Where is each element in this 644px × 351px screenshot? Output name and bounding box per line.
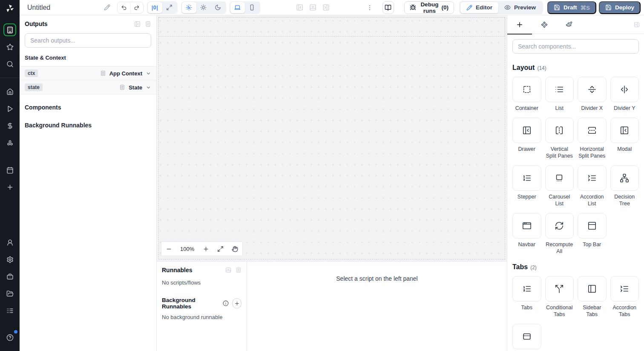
component-item-conditional-tabs: Conditional Tabs bbox=[545, 276, 574, 318]
section-heading: Tabs(2) bbox=[512, 263, 639, 271]
draft-shortcut: ⌘S bbox=[580, 4, 590, 11]
theme-auto-button[interactable] bbox=[182, 2, 196, 13]
component-card-carousel-list[interactable] bbox=[545, 165, 574, 191]
toggle-right-panel-icon[interactable] bbox=[322, 4, 330, 11]
sidebar-help-button[interactable] bbox=[3, 331, 16, 344]
page-title[interactable]: Untitled bbox=[27, 4, 50, 12]
chevron-down-icon[interactable] bbox=[146, 71, 151, 76]
component-card-drawer[interactable] bbox=[512, 118, 541, 143]
component-card-top-bar[interactable] bbox=[578, 213, 607, 239]
component-card-divider-y[interactable] bbox=[610, 77, 639, 102]
chevron-down-icon[interactable] bbox=[146, 85, 151, 90]
sidebar-search-button[interactable] bbox=[3, 58, 16, 70]
rename-pencil-icon[interactable] bbox=[104, 4, 110, 11]
preview-label: Preview bbox=[514, 4, 536, 11]
tab-insert-component[interactable] bbox=[507, 15, 532, 34]
drawer-icon bbox=[522, 126, 532, 135]
search-components-input[interactable] bbox=[512, 39, 639, 54]
deploy-button[interactable]: Deploy bbox=[599, 1, 641, 14]
component-label: List bbox=[555, 105, 564, 112]
preview-tab[interactable]: Preview bbox=[498, 2, 542, 13]
draft-button[interactable]: Draft ⌘S bbox=[547, 1, 596, 14]
component-card-navbar[interactable] bbox=[512, 213, 541, 239]
collapse-outputs-icon[interactable] bbox=[134, 21, 141, 27]
zoom-out-button[interactable] bbox=[166, 246, 172, 252]
modal-icon bbox=[620, 126, 629, 135]
pan-hand-button[interactable] bbox=[232, 246, 238, 252]
accordion-list-icon bbox=[587, 173, 597, 183]
component-card-container[interactable] bbox=[512, 77, 541, 102]
app-canvas[interactable]: ++++++++++++++++++++++++++++++++++++++++… bbox=[157, 15, 507, 262]
docs-button[interactable] bbox=[382, 1, 394, 14]
component-grid: TabsConditional TabsSidebar TabsAccordio… bbox=[512, 276, 639, 351]
debug-runs-button[interactable]: Debug runs (0) bbox=[404, 1, 454, 14]
sidebar-settings-button[interactable] bbox=[3, 253, 16, 266]
sidebar-home-button[interactable] bbox=[3, 85, 16, 98]
editor-tab[interactable]: Editor bbox=[460, 2, 498, 13]
theme-light-button[interactable] bbox=[196, 2, 211, 13]
windmill-logo[interactable] bbox=[0, 0, 20, 17]
component-card-stepper[interactable] bbox=[512, 165, 541, 191]
collapse-runnables-icon[interactable] bbox=[225, 267, 231, 273]
sidebar-calendar-button[interactable] bbox=[3, 164, 16, 176]
tab-component-settings[interactable] bbox=[532, 15, 557, 34]
add-background-runnable-button[interactable] bbox=[232, 298, 242, 308]
tab-styling[interactable] bbox=[557, 15, 581, 34]
sidebar-worker-button[interactable] bbox=[3, 270, 16, 283]
component-item-tabs: Tabs bbox=[512, 276, 541, 318]
component-item-modal: Modal bbox=[610, 118, 639, 159]
expand-canvas-button[interactable] bbox=[162, 2, 177, 13]
content-row: Outputs State & Context ctx App bbox=[20, 15, 644, 351]
component-card-accordion-list[interactable] bbox=[578, 165, 607, 191]
sidebar-divider bbox=[0, 78, 20, 78]
sidebar-folder-button[interactable] bbox=[3, 287, 16, 300]
component-item-sidebar-tabs: Sidebar Tabs bbox=[578, 276, 607, 318]
sidebar-resources-button[interactable] bbox=[3, 136, 16, 149]
runnables-title: Runnables bbox=[162, 267, 193, 273]
zoom-in-button[interactable] bbox=[203, 246, 209, 252]
component-card-decision-tree[interactable] bbox=[610, 165, 639, 191]
component-card-tabs[interactable] bbox=[512, 276, 541, 302]
component-card-accordion-tabs[interactable] bbox=[610, 276, 639, 302]
component-card-divider-x[interactable] bbox=[578, 77, 607, 102]
zoom-level: 100% bbox=[180, 246, 194, 252]
component-card-vertical-split-panes[interactable] bbox=[545, 118, 574, 143]
sidebar-building-button[interactable] bbox=[3, 23, 16, 36]
runnables-doc-icon[interactable] bbox=[236, 267, 242, 273]
component-card-recompute-all[interactable] bbox=[545, 213, 574, 239]
component-card-horizontal-split-panes[interactable] bbox=[578, 118, 607, 143]
sidebar-logs-button[interactable] bbox=[3, 304, 16, 317]
windmill-logo-icon bbox=[5, 4, 14, 13]
search-outputs-input[interactable] bbox=[25, 33, 151, 48]
component-card-conditional-tabs[interactable] bbox=[545, 276, 574, 302]
collapse-components-icon[interactable] bbox=[634, 22, 640, 28]
sidebar-play-button[interactable] bbox=[3, 102, 16, 115]
sidebar-user-button[interactable] bbox=[3, 236, 16, 249]
section-title: Tabs bbox=[512, 263, 528, 271]
zoom-reset-label: |0| bbox=[152, 5, 158, 11]
ctx-row[interactable]: ctx App Context bbox=[20, 66, 156, 81]
redo-button[interactable] bbox=[130, 2, 143, 13]
draft-label: Draft bbox=[564, 4, 577, 11]
component-card-modal[interactable] bbox=[610, 118, 639, 143]
mobile-view-button[interactable] bbox=[245, 2, 259, 13]
theme-dark-button[interactable] bbox=[211, 2, 225, 13]
toggle-left-panel-icon[interactable] bbox=[296, 4, 303, 11]
component-card-list[interactable] bbox=[545, 77, 574, 102]
sidebar-star-button[interactable] bbox=[3, 40, 16, 53]
desktop-view-button[interactable] bbox=[230, 2, 245, 13]
drop-placeholder[interactable] bbox=[158, 17, 505, 37]
zoom-reset-button[interactable]: |0| bbox=[148, 2, 162, 13]
sidebar-dollar-button[interactable] bbox=[3, 119, 16, 132]
component-card-sidebar-tabs[interactable] bbox=[578, 276, 607, 302]
component-label: Modal bbox=[617, 146, 632, 152]
outputs-doc-icon[interactable] bbox=[145, 21, 151, 27]
tabs-icon bbox=[522, 284, 532, 293]
sidebar-plus-button[interactable] bbox=[3, 181, 16, 193]
more-menu-button[interactable] bbox=[366, 4, 373, 11]
undo-button[interactable] bbox=[118, 2, 130, 13]
state-row[interactable]: state State bbox=[20, 81, 156, 95]
component-card-hidden-card[interactable] bbox=[512, 324, 541, 349]
fit-view-button[interactable] bbox=[217, 246, 224, 252]
toggle-bottom-panel-icon[interactable] bbox=[309, 4, 316, 11]
